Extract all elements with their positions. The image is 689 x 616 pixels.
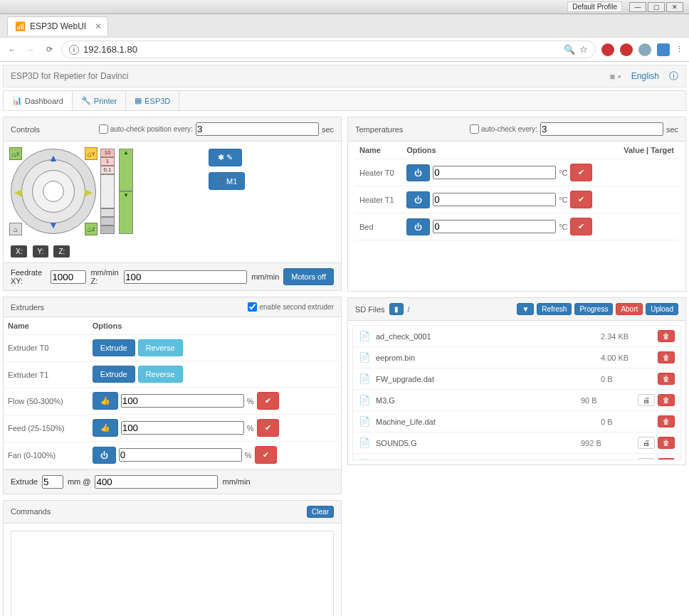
url-field[interactable]: i 192.168.1.80 🔍 ☆ xyxy=(61,41,596,58)
feed-input[interactable] xyxy=(121,421,244,435)
file-row[interactable]: 📄 eeprom.bin 4.00 KB 🗑 xyxy=(353,347,680,368)
close-window-button[interactable]: ✕ xyxy=(666,2,683,12)
tab-bar: 📶 ESP3D WebUI ✕ xyxy=(0,14,689,37)
info-icon: i xyxy=(69,45,79,55)
tab-close-icon[interactable]: ✕ xyxy=(95,21,102,31)
fan-input[interactable] xyxy=(119,448,242,462)
commands-panel: Commands Clear Send Autoscroll Filter te… xyxy=(3,500,342,617)
camera-icon[interactable]: ■ ▪ xyxy=(610,71,621,82)
home-xy-button[interactable]: ⌂X xyxy=(9,147,22,160)
home-y-button[interactable]: ⌂Y xyxy=(85,147,98,160)
autocheck-temp-checkbox[interactable]: auto-check every: xyxy=(470,124,537,134)
home-z-button[interactable]: ⌂Z xyxy=(85,223,98,235)
extrude-length-input[interactable] xyxy=(42,475,63,489)
motors-off-button[interactable]: Motors off xyxy=(283,268,334,285)
reverse-t0-button[interactable]: Reverse xyxy=(138,339,183,356)
back-icon[interactable]: ← xyxy=(6,43,19,56)
extrude-t1-button[interactable]: Extrude xyxy=(93,366,135,383)
heater-apply-button[interactable]: ✔ xyxy=(570,191,592,208)
arrow-up-icon[interactable]: ▲ xyxy=(48,152,58,164)
sd-filter-button[interactable]: ▼ xyxy=(517,303,534,315)
tab-dashboard[interactable]: 📊 Dashboard xyxy=(4,91,73,110)
print-file-button[interactable]: 🖨 xyxy=(638,394,655,406)
tab-printer[interactable]: 🔧 Printer xyxy=(73,91,126,110)
heater-power-button[interactable]: ⏻ xyxy=(406,164,430,181)
delete-file-button[interactable]: 🗑 xyxy=(658,415,675,428)
home-all-button[interactable]: ⌂ xyxy=(9,223,22,235)
heater-power-button[interactable]: ⏻ xyxy=(406,218,430,235)
print-file-button[interactable]: 🖨 xyxy=(638,437,655,449)
delete-file-button[interactable]: 🗑 xyxy=(658,458,675,460)
autocheck-temp-input[interactable] xyxy=(540,122,663,136)
autocheck-position-checkbox[interactable]: auto-check position every: xyxy=(99,124,193,134)
flow-reset-button[interactable]: 👍 xyxy=(93,392,118,410)
file-row[interactable]: 📄 SOUND7.G 992 B 🖨🗑 xyxy=(353,454,680,460)
fan-power-button[interactable]: ⏻ xyxy=(93,447,116,464)
minimize-button[interactable]: — xyxy=(629,2,646,12)
extrude-speed-input[interactable] xyxy=(95,475,218,489)
jog-wheel[interactable]: ⌂X ⌂Y ⌂ ⌂Z ▲ ▼ ◀ ▶ xyxy=(11,149,96,234)
reverse-t1-button[interactable]: Reverse xyxy=(138,366,183,383)
extension-icon-1[interactable] xyxy=(601,43,614,56)
autocheck-position-input[interactable] xyxy=(196,122,319,136)
sd-upload-button[interactable]: Upload xyxy=(646,303,678,315)
sd-refresh-button[interactable]: Refresh xyxy=(537,303,572,315)
m1-button[interactable]: 🎵 M1 xyxy=(209,172,245,190)
z-arrow-strip[interactable]: ▲ ▼ xyxy=(119,149,133,234)
bookmark-icon[interactable]: ☆ xyxy=(579,44,588,55)
feed-apply-button[interactable]: ✔ xyxy=(257,419,279,437)
feed-reset-button[interactable]: 👍 xyxy=(93,419,118,437)
file-row[interactable]: 📄 Machine_Life.dat 0 B 🗑 xyxy=(353,411,680,432)
emergency-stop-button[interactable]: ✱ ✎ xyxy=(209,149,242,166)
flow-input[interactable] xyxy=(121,394,244,408)
delete-file-button[interactable]: 🗑 xyxy=(658,394,675,406)
reload-icon[interactable]: ⟳ xyxy=(43,43,56,56)
extension-icon-2[interactable] xyxy=(620,43,633,56)
file-icon: 📄 xyxy=(359,416,370,427)
heater-apply-button[interactable]: ✔ xyxy=(570,164,592,181)
arrow-right-icon[interactable]: ▶ xyxy=(85,186,93,198)
fan-apply-button[interactable]: ✔ xyxy=(255,446,277,464)
extension-icon-4[interactable] xyxy=(657,43,670,56)
sd-files-title: SD Files xyxy=(355,305,385,314)
file-row[interactable]: 📄 SOUND5.G 992 B 🖨🗑 xyxy=(353,432,680,454)
delete-file-button[interactable]: 🗑 xyxy=(658,351,675,363)
language-link[interactable]: English xyxy=(631,71,659,81)
arrow-down-icon[interactable]: ▼ xyxy=(48,219,58,230)
enable-second-extruder-checkbox[interactable]: enable second extruder xyxy=(248,302,334,312)
delete-file-button[interactable]: 🗑 xyxy=(658,373,675,385)
heater-temp-input[interactable] xyxy=(433,220,556,233)
heater-power-button[interactable]: ⏻ xyxy=(406,191,430,208)
sd-abort-button[interactable]: Abort xyxy=(616,303,643,315)
file-row[interactable]: 📄 FW_upgrade.dat 0 B 🗑 xyxy=(353,368,680,390)
print-file-button[interactable]: 🖨 xyxy=(638,458,655,460)
sd-path[interactable]: / xyxy=(408,305,410,314)
file-list[interactable]: 📄 ad_check_0001 2.34 KB 🗑📄 eeprom.bin 4.… xyxy=(352,325,681,460)
heater-temp-input[interactable] xyxy=(433,193,556,206)
sd-progress-button[interactable]: Progress xyxy=(574,303,613,315)
extension-icon-3[interactable] xyxy=(638,43,651,56)
browser-tab[interactable]: 📶 ESP3D WebUI ✕ xyxy=(7,16,108,36)
delete-file-button[interactable]: 🗑 xyxy=(658,330,675,342)
heater-apply-button[interactable]: ✔ xyxy=(570,218,592,235)
feedrate-xy-input[interactable] xyxy=(51,270,86,284)
extrude-t0-button[interactable]: Extrude xyxy=(93,339,135,356)
flow-apply-button[interactable]: ✔ xyxy=(257,392,279,410)
maximize-button[interactable]: ▢ xyxy=(648,2,665,12)
command-output[interactable] xyxy=(11,531,334,617)
tab-esp3d[interactable]: ▦ ESP3D xyxy=(126,91,179,110)
file-row[interactable]: 📄 M3.G 90 B 🖨🗑 xyxy=(353,390,680,411)
forward-icon[interactable]: → xyxy=(24,43,37,56)
dashboard-icon: 📊 xyxy=(12,96,22,105)
heater-temp-input[interactable] xyxy=(433,166,556,179)
menu-icon[interactable]: ⋮ xyxy=(675,45,683,54)
file-row[interactable]: 📄 ad_check_0001 2.34 KB 🗑 xyxy=(353,326,680,347)
about-icon[interactable]: ⓘ xyxy=(669,70,678,83)
arrow-left-icon[interactable]: ◀ xyxy=(14,186,22,198)
clear-commands-button[interactable]: Clear xyxy=(307,506,334,518)
z-jog-strip[interactable]: 10 1 0.1 xyxy=(100,149,115,234)
feedrate-z-input[interactable] xyxy=(124,270,247,284)
search-icon[interactable]: 🔍 xyxy=(564,44,575,55)
sd-card-icon[interactable]: ▮ xyxy=(389,303,404,315)
delete-file-button[interactable]: 🗑 xyxy=(658,437,675,449)
